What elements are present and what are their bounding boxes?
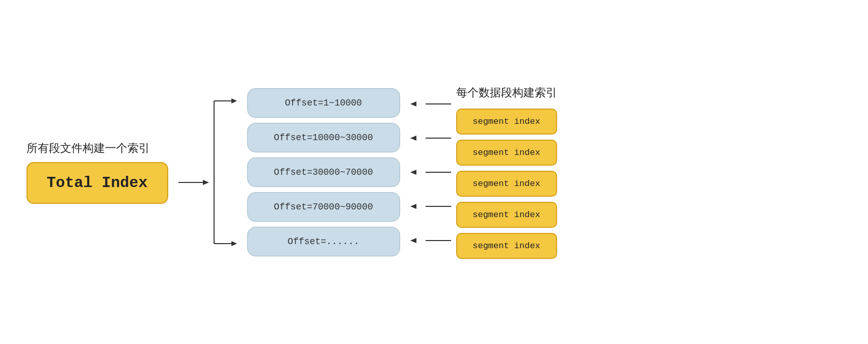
left-arrow-2 — [410, 167, 451, 177]
svg-marker-9 — [410, 101, 416, 107]
segment-box-1: segment index — [456, 140, 557, 166]
bracket-container — [209, 86, 237, 259]
segment-box-2: segment index — [456, 171, 557, 197]
right-section: 每个数据段构建索引 segment index segment index se… — [456, 85, 557, 259]
bracket-svg — [209, 86, 237, 259]
main-diagram: 所有段文件构建一个索引 Total Index Offset=1~10000 O… — [27, 14, 842, 330]
svg-marker-4 — [231, 98, 237, 103]
svg-marker-17 — [410, 238, 416, 243]
arrow-row-4 — [410, 226, 451, 255]
arrow-row-2 — [410, 157, 451, 187]
offset-box-4: Offset=...... — [247, 227, 400, 256]
svg-marker-15 — [410, 204, 416, 209]
svg-marker-1 — [203, 180, 209, 185]
left-arrow-3 — [410, 201, 451, 211]
total-index-box: Total Index — [27, 162, 168, 204]
arrow-row-3 — [410, 192, 451, 221]
svg-marker-13 — [410, 170, 416, 175]
arrow-row-1 — [410, 123, 451, 152]
offset-box-2: Offset=30000~70000 — [247, 157, 400, 187]
svg-marker-11 — [410, 136, 416, 141]
offset-box-0: Offset=1~10000 — [247, 88, 400, 118]
left-section: 所有段文件构建一个索引 Total Index — [27, 141, 168, 204]
arrow-row-0 — [410, 89, 451, 118]
center-right-arrows — [410, 89, 451, 255]
right-title-label: 每个数据段构建索引 — [456, 85, 557, 100]
segment-box-4: segment index — [456, 233, 557, 259]
svg-marker-7 — [231, 241, 237, 246]
left-arrow — [178, 177, 209, 188]
left-arrow-0 — [410, 99, 451, 109]
center-section: Offset=1~10000 Offset=10000~30000 Offset… — [247, 88, 400, 256]
left-arrow-4 — [410, 235, 451, 246]
offset-box-3: Offset=70000~90000 — [247, 192, 400, 222]
segment-box-3: segment index — [456, 202, 557, 228]
segment-box-0: segment index — [456, 109, 557, 135]
offset-box-1: Offset=10000~30000 — [247, 123, 400, 152]
left-arrow-1 — [410, 133, 451, 143]
segment-list: segment index segment index segment inde… — [456, 109, 557, 259]
arrow-right-svg — [178, 177, 209, 188]
left-description-label: 所有段文件构建一个索引 — [27, 141, 150, 156]
